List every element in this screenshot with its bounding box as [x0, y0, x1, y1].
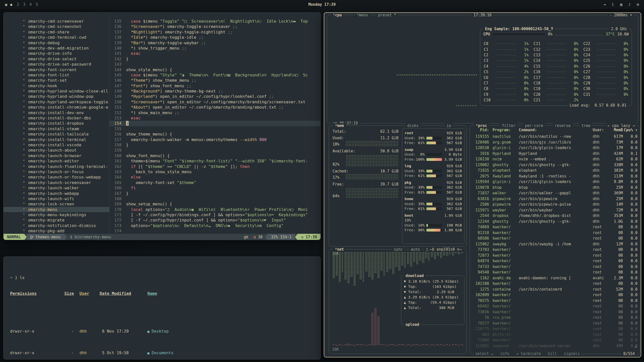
- code-line[interactable]: 150 *Screensaver*) open_in_editor ~/.con…: [109, 99, 320, 105]
- process-table-header[interactable]: Pid: Program: Command: User: MemB Cpu% ↑: [472, 128, 637, 132]
- code-line[interactable]: 141 esac: [109, 51, 320, 56]
- process-row[interactable]: 76577 kworker/ root 0B 0.0: [472, 321, 637, 326]
- net-box-title[interactable]: ⁴net: [333, 247, 346, 252]
- process-row[interactable]: 71837 walker /usr/bin/walker --gappl dhh…: [472, 190, 637, 196]
- file-tree-item[interactable]: * omarchy-launch-about: [4, 148, 109, 153]
- workspace-number[interactable]: 5: [36, 2, 38, 7]
- code-line[interactable]: 168: [109, 196, 320, 201]
- code-line[interactable]: 174: [109, 228, 320, 234]
- code-line[interactable]: 161 theme=$(menu "Font" "$(omarchy-font-…: [109, 158, 320, 164]
- cpu-box-title[interactable]: ¹cpu: [331, 13, 344, 18]
- process-row[interactable]: 2544 dropbox /home/dhh/.dropbox-dist dhh…: [472, 213, 637, 219]
- filter-button[interactable]: filter: [500, 123, 517, 128]
- code-line[interactable]: 162 if [[ "$theme" == "CNCLD" || -z "$th…: [109, 164, 320, 169]
- code-line[interactable]: 148 *Background*) omarchy-theme-bg-next …: [109, 88, 320, 94]
- process-row[interactable]: 110775 kworker/ root 0B 0.0: [472, 326, 637, 332]
- code-line[interactable]: 160 show_font_menu() {: [109, 153, 320, 158]
- file-tree-item[interactable]: * omarchy-install-docker-dbs: [4, 115, 109, 121]
- process-row[interactable]: 1162 avahi-da avahi-daemon: running [ av…: [472, 275, 637, 281]
- process-row[interactable]: 119594 glycin-i /usr/lib/glycin-loaders …: [472, 179, 637, 185]
- process-row[interactable]: 120238 nvim nvim --embed . dhh 62M 0.0: [472, 156, 637, 162]
- file-tree-item[interactable]: * omarchy-font-set: [4, 78, 109, 83]
- process-row[interactable]: 119155 nautilus /usr/bin/nautilus --new …: [472, 134, 637, 140]
- file-tree-item[interactable]: * omarchy-font-current: [4, 67, 109, 72]
- code-line[interactable]: 154 }: [109, 121, 320, 126]
- file-tree-item[interactable]: * omarchy-launch-editor: [4, 158, 109, 164]
- file-tree-item[interactable]: * omarchy-install-steam: [4, 126, 109, 131]
- file-tree-item[interactable]: * omarchy-migrate: [4, 217, 109, 223]
- file-tree-item[interactable]: * omarchy-hook: [4, 83, 109, 88]
- file-tree-item[interactable]: * omarchy-launch-screensaver: [4, 180, 109, 185]
- process-row[interactable]: 120538 glycin-i /usr/lib/glycin-loaders …: [472, 145, 637, 151]
- code-line[interactable]: 142 }: [109, 56, 320, 62]
- code-line[interactable]: 166 fi: [109, 185, 320, 191]
- file-tree-item[interactable]: * omarchy-menu: [4, 207, 109, 212]
- file-tree-item[interactable]: * omarchy-launch-webapp: [4, 191, 109, 196]
- file-tree-item[interactable]: * omarchy-drive-select: [4, 56, 109, 62]
- process-row[interactable]: 73703 kworker/ root 0B 0.0: [472, 247, 637, 253]
- tree-toggle[interactable]: tree: [580, 123, 592, 128]
- code-line[interactable]: 173 options="$options\n☑ Defaults\n☁ DNS…: [109, 223, 320, 228]
- code-line[interactable]: 151 *About*) open_in_editor ~/.config/om…: [109, 105, 320, 110]
- process-row[interactable]: 81310 kworker/ root 0B 0.0: [472, 230, 637, 236]
- file-tree-item[interactable]: * omarchy-launch-walker: [4, 185, 109, 191]
- code-line[interactable]: 169 show_setup_menu() {: [109, 201, 320, 207]
- file-tree-item[interactable]: * omarchy-install-chromium-google-a: [4, 105, 109, 110]
- display-icon[interactable]: ▥: [620, 2, 622, 7]
- code-line[interactable]: 164 else: [109, 174, 320, 180]
- file-tree-item[interactable]: * omarchy-cmd-terminal-cwd: [4, 35, 109, 40]
- code-line[interactable]: 163 back_to show_style_menu: [109, 169, 320, 174]
- process-row[interactable]: 803 btrfs-tr root 0B 0.0: [472, 332, 637, 338]
- file-tree-item[interactable]: * omarchy-launch-wifi: [4, 196, 109, 201]
- file-tree-item[interactable]: * omarchy-cmd-share: [4, 29, 109, 35]
- code-line[interactable]: 171 [ -f ~/.config/hypr/bindings.conf ] …: [109, 212, 320, 217]
- process-actions[interactable]: select ↵ info ⇥ terminate kill signals: [473, 351, 581, 356]
- process-row[interactable]: 120406 org.gnom /usr/bin/gjs /usr/lib/o …: [472, 140, 637, 145]
- code-line[interactable]: 137 *Nightlight*) omarchy-toggle-nightli…: [109, 29, 320, 35]
- process-row[interactable]: 71835 elephant elephant dhh 381M 0.0: [472, 168, 637, 173]
- file-tree-item[interactable]: * omarchy-install-dropbox: [4, 121, 109, 126]
- code-line[interactable]: 139 *Bar*) omarchy-toggle-waybar ;;: [109, 40, 320, 46]
- file-tree-item[interactable]: * omarchy-launch-floating-terminal-: [4, 164, 109, 169]
- process-row[interactable]: 68402 kworker/ root 0B 0.0: [472, 303, 637, 309]
- code-line[interactable]: 156 show_theme_menu() {: [109, 131, 320, 137]
- code-line[interactable]: 135 case $(menu "Toggle" "□ Screensaver\…: [109, 19, 320, 24]
- volume-icon[interactable]: ♪: [628, 2, 631, 7]
- process-row[interactable]: 115991 swayosd- /usr/bin/swayosd-server …: [472, 343, 637, 349]
- file-tree-item[interactable]: * omarchy-install-terminal: [4, 137, 109, 142]
- code-line[interactable]: 155: [109, 126, 320, 131]
- file-tree-item[interactable]: * omarchy-hyprland-window-close-all: [4, 88, 109, 94]
- net-auto-toggle[interactable]: auto: [409, 247, 422, 252]
- sort-selector[interactable]: ← cpu lazy →: [606, 123, 636, 128]
- file-tree-item[interactable]: * omarchy-drive-set-password: [4, 62, 109, 67]
- process-row[interactable]: 63816 pipewire /usr/bin/pipewire dhh 25M…: [472, 196, 637, 202]
- file-tree-item[interactable]: * omarchy-pkg-add: [4, 228, 109, 234]
- file-tree-item[interactable]: * omarchy-cmd-screensaver: [4, 19, 109, 24]
- file-tree-item[interactable]: * omarchy-lock-screen: [4, 201, 109, 207]
- per-core-toggle[interactable]: per-core: [523, 123, 545, 128]
- workspace-number[interactable]: 2: [17, 2, 19, 7]
- file-tree-item[interactable]: * omarchy-install-vscode: [4, 142, 109, 148]
- code-line[interactable]: 153 esac: [109, 115, 320, 121]
- process-row[interactable]: 64874 kworker/ root 0B 0.0: [472, 258, 637, 264]
- process-row[interactable]: 2506 pipewire /usr/bin/pipewire-pulse dh…: [472, 202, 637, 207]
- reverse-toggle[interactable]: reverse: [553, 123, 572, 128]
- process-row[interactable]: 1275 containe /usr/bin/containerd root 5…: [472, 287, 637, 292]
- code-line[interactable]: 144 show_style_menu() {: [109, 67, 320, 72]
- code-line[interactable]: 157 omarchy-launch-walker -m menus:omarc…: [109, 137, 320, 142]
- code-line[interactable]: 159: [109, 148, 320, 153]
- settings-icon[interactable]: ⚙: [637, 2, 639, 7]
- process-row[interactable]: 74869 kworker/ root 0B 0.0: [472, 224, 637, 230]
- code-line[interactable]: 165 omarchy-font-set "$theme": [109, 180, 320, 185]
- process-row[interactable]: 74733 kworker/ root 0B 0.0: [472, 264, 637, 270]
- process-row[interactable]: 102099 kworker/ root 0B 0.0: [472, 292, 637, 298]
- code-line[interactable]: 158 }: [109, 142, 320, 148]
- code-line[interactable]: 138 *Idle*) omarchy-toggle-idle ;;: [109, 35, 320, 40]
- process-row[interactable]: 119082 ghostty /usr/bin/ghostty --gtk- d…: [472, 162, 637, 168]
- mem-box-title[interactable]: ³mem: [333, 123, 346, 128]
- code-line[interactable]: 147 *Font*) show_font_menu ;;: [109, 83, 320, 88]
- bluetooth-icon[interactable]: ᛒ: [612, 2, 614, 7]
- code-line[interactable]: 170 local options="♫ Audio\n◉ Wifi\nᛒ Bl…: [109, 207, 320, 212]
- file-tree-item[interactable]: * omarchy-cmd-screenshot: [4, 24, 109, 29]
- process-row[interactable]: 115971 waybar /usr/bin/waybar dhh 72M 0.…: [472, 207, 637, 213]
